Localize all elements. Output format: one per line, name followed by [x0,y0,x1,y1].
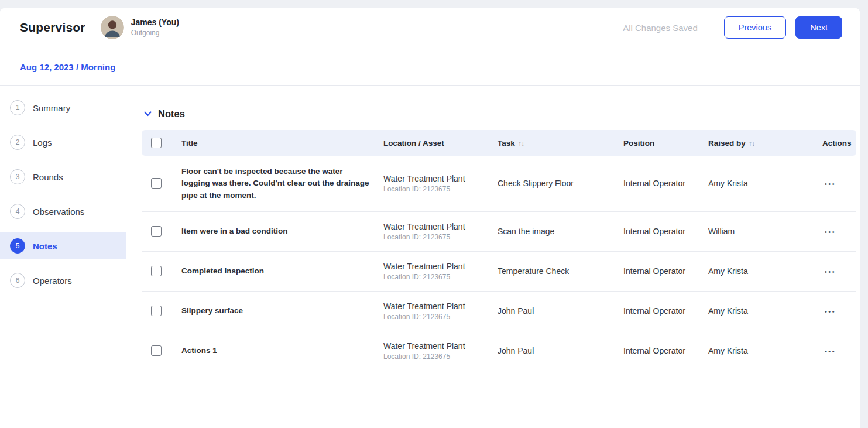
date-shift-label: Aug 12, 2023 / Morning [20,62,115,72]
notes-table-body: Floor can't be inspected because the wat… [142,156,856,371]
position-cell: Internal Operator [616,291,701,331]
avatar-image [101,16,124,39]
avatar [101,16,124,39]
top-header: Supervisor James (You) Outgoing All Chan… [0,8,860,47]
page-title: Supervisor [20,20,85,35]
location-id: Location ID: 2123675 [383,313,483,321]
sidebar-item-rounds[interactable]: 3 Rounds [0,163,126,190]
table-row: Item were in a bad condition Water Treat… [142,211,856,251]
next-button[interactable]: Next [795,16,842,39]
table-row: Floor can't be inspected because the wat… [142,156,856,211]
column-position: Position [616,130,701,156]
user-status: Outgoing [131,29,179,37]
raised-by-cell: Amy Krista [701,251,815,291]
column-position-label: Position [623,139,654,148]
select-all-checkbox[interactable] [151,138,162,148]
column-title-label: Title [181,139,198,148]
content: 1 Summary 2 Logs 3 Rounds 4 Observations… [0,86,860,428]
sidebar-steps: 1 Summary 2 Logs 3 Rounds 4 Observations… [0,86,126,428]
sidebar-item-label: Notes [33,241,57,251]
raised-by-cell: Amy Krista [701,331,815,371]
row-checkbox[interactable] [151,226,162,237]
header-right: All Changes Saved Previous Next [623,16,842,39]
position-cell: Internal Operator [616,156,701,211]
step-number: 1 [10,100,25,115]
position-cell: Internal Operator [616,251,701,291]
sidebar-item-label: Rounds [33,172,63,182]
notes-table: Title Location / Asset Task↑↓ Position R… [142,130,856,371]
column-actions-label: Actions [822,139,852,148]
location-name: Water Treatment Plant [383,222,483,231]
task-cell: John Paul [490,291,616,331]
task-cell: Check Slippery Floor [490,156,616,211]
step-number-label: 5 [16,242,20,250]
chevron-down-icon[interactable] [144,111,152,117]
notes-table-head: Title Location / Asset Task↑↓ Position R… [142,130,856,156]
location-name: Water Treatment Plant [383,341,483,351]
step-number: 6 [10,273,25,288]
column-location-label: Location / Asset [383,139,444,148]
position-cell: Internal Operator [616,331,701,371]
table-row: Slippery surface Water Treatment Plant L… [142,291,856,331]
row-actions-button[interactable]: ••• [822,307,838,316]
location-id: Location ID: 2123675 [383,185,483,193]
row-actions-button[interactable]: ••• [822,179,838,189]
sidebar-item-operators[interactable]: 6 Operators [0,267,126,294]
task-cell: Scan the image [490,211,616,251]
row-checkbox[interactable] [151,306,162,316]
step-number: 3 [10,169,25,184]
sidebar-item-notes[interactable]: 5 Notes [0,232,126,259]
notes-section-head: Notes [144,108,843,119]
sidebar-item-label: Summary [33,103,70,113]
note-title: Actions 1 [181,345,369,357]
task-cell: Temperature Check [490,251,616,291]
step-number: 5 [10,238,25,254]
location-id: Location ID: 2123675 [383,273,483,281]
sort-icon[interactable]: ↑↓ [518,139,524,148]
step-number-label: 6 [16,276,20,285]
column-actions: Actions [815,130,856,156]
sidebar-item-label: Logs [33,138,52,148]
position-cell: Internal Operator [616,211,701,251]
location-id: Location ID: 2123675 [383,233,483,241]
column-raised-by[interactable]: Raised by↑↓ [701,130,815,156]
step-number-label: 1 [16,104,20,112]
note-title: Item were in a bad condition [181,225,369,237]
sidebar-item-observations[interactable]: 4 Observations [0,198,126,225]
column-location: Location / Asset [376,130,490,156]
raised-by-cell: Amy Krista [701,156,815,211]
row-actions-button[interactable]: ••• [822,347,838,356]
sidebar-item-summary[interactable]: 1 Summary [0,94,126,121]
previous-button[interactable]: Previous [724,16,786,39]
location-name: Water Treatment Plant [383,174,483,183]
section-title: Notes [158,108,185,119]
step-number-label: 4 [16,207,20,215]
date-bar: Aug 12, 2023 / Morning [0,47,860,86]
row-actions-button[interactable]: ••• [822,267,838,276]
main-panel: Notes Title Location / Asset Task↑↓ Posi… [126,86,860,428]
row-checkbox[interactable] [151,178,162,189]
location-id: Location ID: 2123675 [383,352,483,361]
step-number-label: 3 [16,173,20,181]
note-title: Completed inspection [181,265,369,277]
column-title: Title [174,130,376,156]
row-actions-button[interactable]: ••• [822,227,838,237]
row-checkbox[interactable] [151,345,162,356]
raised-by-cell: Amy Krista [701,291,815,331]
table-row: Actions 1 Water Treatment Plant Location… [142,331,856,371]
header-divider [711,20,711,35]
column-task[interactable]: Task↑↓ [490,130,616,156]
sidebar-item-logs[interactable]: 2 Logs [0,129,126,156]
column-raised-by-label: Raised by [708,139,746,148]
task-cell: John Paul [490,331,616,371]
step-number-label: 2 [16,138,20,146]
save-status: All Changes Saved [623,23,698,33]
column-task-label: Task [498,139,515,148]
raised-by-cell: William [701,211,815,251]
row-checkbox[interactable] [151,266,162,276]
note-title: Floor can't be inspected because the wat… [181,166,369,201]
sidebar-item-label: Observations [33,207,84,217]
sort-icon[interactable]: ↑↓ [749,139,755,148]
main-card: Supervisor James (You) Outgoing All Chan… [0,8,860,428]
step-number: 2 [10,135,25,150]
